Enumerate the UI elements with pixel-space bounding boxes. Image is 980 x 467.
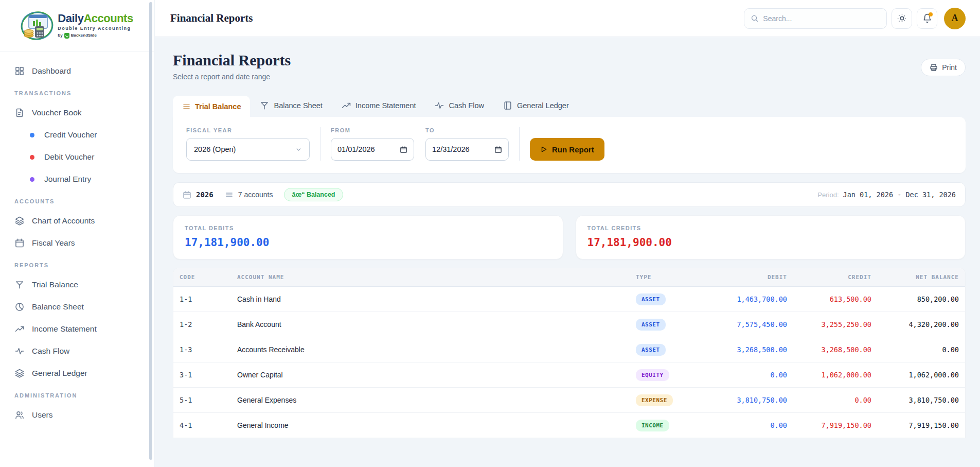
table-row[interactable]: 4-1General IncomeINCOME0.007,919,150.007… [173, 413, 965, 438]
net-balance-amount: 7,919,150.00 [878, 413, 965, 438]
report-tabs: Trial BalanceBalance SheetIncome Stateme… [173, 94, 966, 117]
app-logo-text: DailyAccounts Double Entry Accounting by… [58, 13, 133, 39]
sidebar-item-credit-voucher[interactable]: Credit Voucher [9, 125, 145, 145]
total-debits-value: 17,181,900.00 [185, 236, 551, 249]
play-icon [540, 146, 547, 153]
sidebar-item-dashboard[interactable]: Dashboard [9, 61, 145, 81]
dot-red-icon [27, 152, 37, 162]
sidebar-item-label: Cash Flow [32, 347, 69, 356]
sidebar-item-cash-flow[interactable]: Cash Flow [9, 341, 145, 361]
sidebar-item-users[interactable]: Users [9, 405, 145, 425]
trial-balance-table: CODEACCOUNT NAMETYPEDEBITCREDITNET BALAN… [173, 268, 966, 438]
credit-amount: 3,268,500.00 [793, 337, 878, 362]
account-type: EQUITY [630, 362, 707, 388]
sidebar-item-chart-of-accounts[interactable]: Chart of Accounts [9, 211, 145, 231]
dot-blue-icon [27, 130, 37, 140]
sidebar-item-label: Voucher Book [32, 108, 82, 117]
to-date-input[interactable]: 12/31/2026 [425, 138, 509, 161]
account-name: Owner Capital [231, 362, 630, 388]
tab-label: Cash Flow [449, 101, 484, 110]
divider [320, 127, 320, 161]
fiscal-year-select[interactable]: 2026 (Open) [186, 138, 310, 161]
total-credits-card: TOTAL CREDITS 17,181,900.00 [576, 215, 966, 260]
sidebar-item-general-ledger[interactable]: General Ledger [9, 363, 145, 384]
table-row[interactable]: 5-1General ExpensesEXPENSE3,810,750.000.… [173, 388, 965, 413]
tab-trial-balance[interactable]: Trial Balance [173, 96, 250, 117]
tab-balance-sheet[interactable]: Balance Sheet [250, 94, 331, 117]
sidebar-item-label: Users [32, 410, 52, 420]
tab-cash-flow[interactable]: Cash Flow [425, 94, 493, 117]
activity-icon [434, 100, 444, 111]
column-header-net-balance: NET BALANCE [878, 268, 965, 287]
to-label: TO [425, 127, 509, 133]
sidebar-section-header: REPORTS [9, 255, 145, 274]
sidebar-scrollbar[interactable] [149, 2, 152, 460]
calendar-icon [400, 146, 407, 153]
user-avatar[interactable]: A [944, 8, 966, 29]
sidebar-item-income-statement[interactable]: Income Statement [9, 319, 145, 339]
credit-amount: 7,919,150.00 [793, 413, 878, 438]
debit-amount: 7,575,450.00 [707, 312, 793, 337]
period-label: Period: [817, 191, 839, 199]
printer-icon [930, 63, 938, 72]
account-type-badge: EQUITY [636, 369, 669, 381]
notifications-button[interactable] [917, 8, 937, 29]
table-row[interactable]: 1-1Cash in HandASSET1,463,700.00613,500.… [173, 287, 965, 312]
search-box[interactable] [744, 8, 887, 29]
topbar-title: Financial Reports [170, 12, 253, 25]
net-balance-amount: 4,320,200.00 [878, 312, 965, 337]
sidebar-item-journal-entry[interactable]: Journal Entry [9, 169, 145, 189]
print-button[interactable]: Print [921, 59, 966, 76]
period-value: Jan 01, 2026 - Dec 31, 2026 [843, 191, 956, 199]
total-debits-card: TOTAL DEBITS 17,181,900.00 [173, 215, 563, 260]
scale-icon [14, 280, 25, 290]
column-header-code: CODE [173, 268, 231, 287]
account-name: Bank Account [231, 312, 630, 337]
status-year: 2026 [196, 191, 213, 199]
sidebar-item-balance-sheet[interactable]: Balance Sheet [9, 297, 145, 317]
credit-amount: 613,500.00 [793, 287, 878, 312]
sidebar: DailyAccounts Double Entry Accounting by… [0, 0, 154, 467]
sidebar-item-trial-balance[interactable]: Trial Balance [9, 274, 145, 295]
activity-icon [14, 346, 25, 356]
sidebar-item-label: General Ledger [32, 369, 87, 378]
topbar: Financial Reports A [155, 0, 980, 37]
search-icon [751, 14, 758, 23]
search-input[interactable] [763, 14, 880, 23]
account-name: Accounts Receivable [231, 337, 630, 362]
tab-general-ledger[interactable]: General Ledger [493, 94, 578, 117]
account-type: EXPENSE [630, 388, 707, 413]
sidebar-item-fiscal-years[interactable]: Fiscal Years [9, 233, 145, 253]
logo-title-daily: Daily [58, 12, 83, 25]
tab-label: Balance Sheet [274, 101, 322, 110]
account-code: 1-2 [173, 312, 231, 337]
app-logo[interactable]: DailyAccounts Double Entry Accounting by… [0, 0, 154, 51]
tab-income-statement[interactable]: Income Statement [332, 94, 425, 117]
shield-icon [64, 33, 69, 39]
calendar-icon [14, 238, 25, 248]
table-row[interactable]: 1-3Accounts ReceivableASSET3,268,500.003… [173, 337, 965, 362]
debit-amount: 3,268,500.00 [707, 337, 793, 362]
run-report-button[interactable]: Run Report [530, 138, 604, 161]
sidebar-item-debit-voucher[interactable]: Debit Voucher [9, 147, 145, 167]
main-content: Financial Reports Select a report and da… [155, 37, 980, 438]
sidebar-nav: DashboardTRANSACTIONSVoucher BookCredit … [0, 51, 154, 425]
table-row[interactable]: 1-2Bank AccountASSET7,575,450.003,255,25… [173, 312, 965, 337]
logo-title-accounts: Accounts [83, 12, 133, 25]
account-code: 3-1 [173, 362, 231, 388]
total-debits-label: TOTAL DEBITS [185, 225, 551, 231]
dashboard-grid-icon [14, 66, 25, 76]
debit-amount: 1,463,700.00 [707, 287, 793, 312]
sidebar-item-voucher-book[interactable]: Voucher Book [9, 102, 145, 123]
tab-label: Trial Balance [195, 102, 241, 111]
account-code: 1-1 [173, 287, 231, 312]
page-subtitle: Select a report and date range [173, 73, 291, 81]
from-date-input[interactable]: 01/01/2026 [331, 138, 414, 161]
theme-toggle-button[interactable] [892, 8, 912, 29]
table-row[interactable]: 3-1Owner CapitalEQUITY0.001,062,000.001,… [173, 362, 965, 388]
app-logo-icon [21, 10, 54, 42]
total-credits-label: TOTAL CREDITS [587, 225, 954, 231]
avatar-letter: A [952, 13, 958, 24]
sidebar-item-label: Credit Voucher [44, 130, 97, 140]
sidebar-item-label: Trial Balance [32, 280, 78, 289]
